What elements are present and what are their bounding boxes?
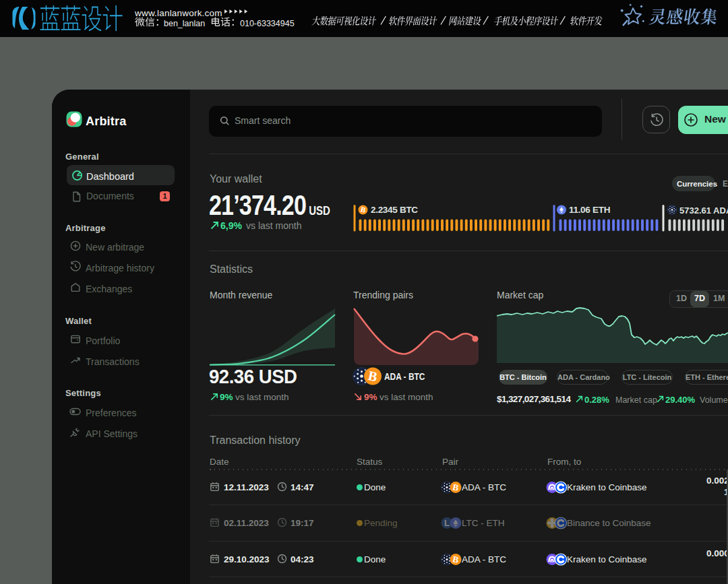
- svg-text:L: L: [444, 518, 450, 528]
